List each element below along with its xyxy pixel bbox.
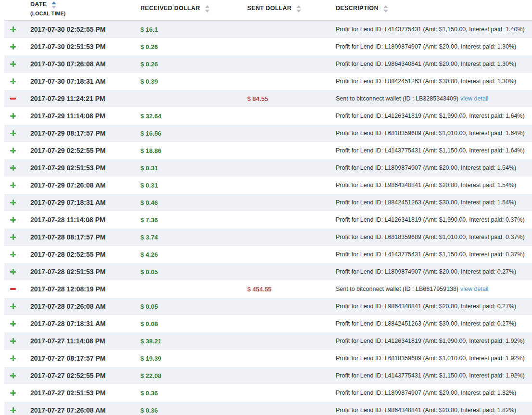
transaction-description: Sent to bitconnect wallet (ID : LB661795…	[336, 286, 532, 292]
transaction-date: 2017-07-29 11:24:21 PM	[30, 95, 140, 102]
received-amount: $ 7.36	[140, 216, 247, 224]
minus-expand-icon[interactable]	[10, 286, 16, 292]
expand-cell	[4, 165, 30, 171]
plus-expand-icon[interactable]	[10, 182, 16, 188]
sent-amount: $ 84.55	[247, 95, 336, 102]
plus-expand-icon[interactable]	[10, 390, 16, 396]
plus-expand-icon[interactable]	[10, 338, 16, 344]
date-column-label: DATE	[30, 1, 47, 8]
transactions-table-body: 2017-07-30 02:52:55 PM $ 16.1 Profit for…	[4, 21, 532, 415]
transaction-description: Profit for Lend ID: L1809874907 (Amt: $2…	[336, 43, 532, 50]
transaction-date: 2017-07-29 02:51:53 PM	[30, 164, 140, 172]
expand-cell	[4, 200, 30, 205]
transaction-description: Profit for Lend ID: L4126341819 (Amt: $1…	[336, 338, 532, 344]
transaction-date: 2017-07-27 07:26:08 AM	[30, 406, 140, 414]
view-detail-link[interactable]: view detail	[460, 95, 488, 102]
transaction-description: Profit for Lend ID: L4126341819 (Amt: $1…	[336, 216, 532, 223]
plus-expand-icon[interactable]	[10, 321, 16, 327]
transaction-row: 2017-07-29 08:17:57 PM $ 16.56 Profit fo…	[4, 125, 532, 142]
transaction-description: Profit for Lend ID: L8842451263 (Amt: $3…	[336, 320, 532, 327]
expand-cell	[4, 286, 30, 292]
column-header-date[interactable]: DATE (LOCAL TIME)	[30, 0, 140, 20]
received-amount: $ 0.26	[140, 43, 247, 50]
expand-cell	[4, 182, 30, 188]
plus-expand-icon[interactable]	[10, 113, 16, 119]
expand-cell	[4, 390, 30, 396]
transaction-row: 2017-07-27 02:52:55 PM $ 22.08 Profit fo…	[4, 367, 532, 384]
plus-expand-icon[interactable]	[10, 269, 16, 275]
plus-expand-icon[interactable]	[10, 200, 16, 205]
plus-expand-icon[interactable]	[10, 234, 16, 240]
plus-expand-icon[interactable]	[10, 303, 16, 309]
received-amount: $ 0.08	[140, 320, 247, 327]
plus-expand-icon[interactable]	[10, 217, 16, 223]
received-amount: $ 0.31	[140, 164, 247, 172]
transaction-date: 2017-07-27 11:14:08 PM	[30, 337, 140, 345]
received-column-label: RECEIVED DOLLAR	[140, 5, 200, 12]
plus-expand-icon[interactable]	[10, 61, 16, 67]
transaction-description: Profit for Lend ID: L4143775431 (Amt: $1…	[336, 147, 532, 154]
sort-icon-sent	[296, 5, 301, 13]
received-amount: $ 0.05	[140, 268, 247, 276]
plus-expand-icon[interactable]	[10, 26, 16, 32]
transaction-description: Profit for Lend ID: L9864340841 (Amt: $2…	[336, 182, 532, 189]
sort-down-triangle-icon	[383, 10, 388, 13]
expand-cell	[4, 113, 30, 119]
transaction-description: Profit for Lend ID: L6818359689 (Amt: $1…	[336, 234, 532, 240]
transaction-row: 2017-07-28 12:08:19 PM $ 454.55 Sent to …	[4, 280, 532, 298]
transaction-description: Profit for Lend ID: L4143775431 (Amt: $1…	[336, 251, 532, 258]
expand-cell	[4, 78, 30, 84]
transactions-table: DATE (LOCAL TIME) RECEIVED DOLLAR SENT D…	[4, 0, 532, 415]
transaction-date: 2017-07-28 02:51:53 PM	[30, 268, 140, 276]
transaction-date: 2017-07-29 07:26:08 AM	[30, 181, 140, 189]
sent-amount: $ 454.55	[247, 286, 336, 293]
expand-cell	[4, 355, 30, 361]
transaction-date: 2017-07-30 07:18:31 AM	[30, 77, 140, 85]
plus-expand-icon[interactable]	[10, 252, 16, 257]
transaction-date: 2017-07-29 07:18:31 AM	[30, 199, 140, 206]
transaction-row: 2017-07-28 07:18:31 AM $ 0.08 Profit for…	[4, 315, 532, 332]
date-column-sublabel: (LOCAL TIME)	[30, 11, 140, 16]
description-column-label: DESCRIPTION	[336, 5, 379, 12]
sort-icon-description	[383, 5, 388, 13]
transaction-date: 2017-07-28 11:14:08 PM	[30, 216, 140, 224]
received-amount: $ 32.64	[140, 113, 247, 120]
received-amount: $ 16.56	[140, 130, 247, 137]
column-header-sent-dollar[interactable]: SENT DOLLAR	[247, 0, 336, 20]
sort-down-triangle-icon	[296, 10, 301, 13]
expand-cell	[4, 130, 30, 136]
transaction-row: 2017-07-27 07:26:08 AM $ 0.36 Profit for…	[4, 402, 532, 415]
column-header-description[interactable]: DESCRIPTION	[336, 0, 532, 20]
received-amount: $ 19.39	[140, 355, 247, 362]
plus-expand-icon[interactable]	[10, 355, 16, 361]
transaction-date: 2017-07-27 02:52:55 PM	[30, 372, 140, 379]
sort-down-triangle-icon	[51, 6, 56, 9]
plus-expand-icon[interactable]	[10, 148, 16, 153]
expand-cell	[4, 61, 30, 67]
transaction-date: 2017-07-27 02:51:53 PM	[30, 389, 140, 397]
expand-cell	[4, 252, 30, 257]
transaction-row: 2017-07-29 11:14:08 PM $ 32.64 Profit fo…	[4, 107, 532, 125]
transaction-description: Profit for Lend ID: L9864340841 (Amt: $2…	[336, 303, 532, 310]
expand-cell	[4, 44, 30, 50]
column-header-received-dollar[interactable]: RECEIVED DOLLAR	[140, 0, 247, 20]
expand-cell	[4, 217, 30, 223]
plus-expand-icon[interactable]	[10, 44, 16, 50]
plus-expand-icon[interactable]	[10, 373, 16, 378]
sort-up-triangle-icon	[205, 5, 210, 8]
sort-up-triangle-icon	[51, 1, 56, 4]
minus-expand-icon[interactable]	[10, 96, 16, 101]
expand-cell	[4, 373, 30, 378]
plus-expand-icon[interactable]	[10, 130, 16, 136]
transaction-date: 2017-07-29 02:52:55 PM	[30, 147, 140, 154]
plus-expand-icon[interactable]	[10, 78, 16, 84]
view-detail-link[interactable]: view detail	[460, 286, 488, 292]
transaction-date: 2017-07-29 08:17:57 PM	[30, 129, 140, 137]
plus-expand-icon[interactable]	[10, 407, 16, 413]
transaction-date: 2017-07-28 12:08:19 PM	[30, 285, 140, 293]
transaction-row: 2017-07-28 02:52:55 PM $ 4.26 Profit for…	[4, 246, 532, 263]
expand-cell	[4, 407, 30, 413]
received-amount: $ 18.86	[140, 147, 247, 154]
transaction-description: Profit for Lend ID: L4143775431 (Amt: $1…	[336, 26, 532, 33]
plus-expand-icon[interactable]	[10, 165, 16, 171]
